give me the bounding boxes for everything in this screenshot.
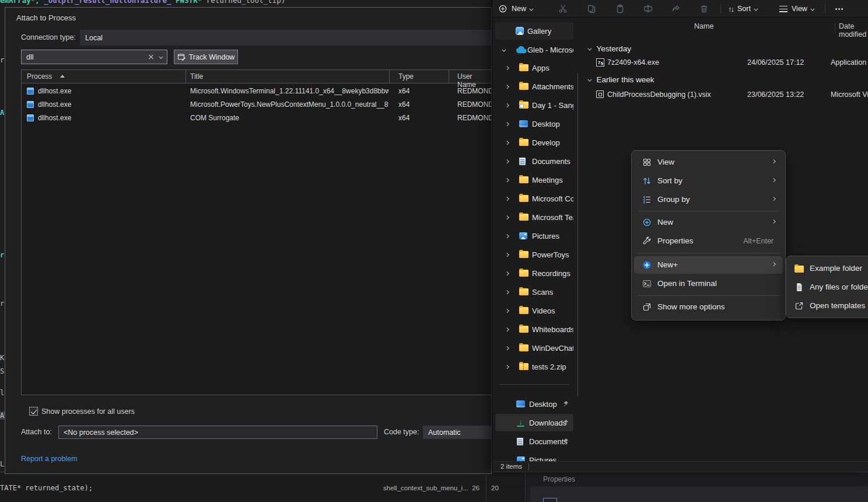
chevron-right-icon[interactable] xyxy=(505,309,509,312)
codelens-reference[interactable]: shell_context_sub_menu_i... 26 xyxy=(383,484,480,491)
code-type-combobox[interactable]: Automatic xyxy=(423,426,492,439)
sidebar-item-pictures[interactable]: Pictures xyxy=(495,227,573,245)
sidebar-item-onedrive[interactable]: Gleb - Microsof xyxy=(495,41,573,58)
sidebar-item-attachments[interactable]: Attachments xyxy=(495,78,573,95)
chevron-right-icon[interactable] xyxy=(505,122,509,126)
chevron-right-icon[interactable] xyxy=(505,103,509,107)
track-window-icon xyxy=(177,53,186,61)
sidebar-pinned-downloads[interactable]: ↓Downloads xyxy=(495,414,573,431)
menu-item-show-more[interactable]: Show more options xyxy=(634,298,783,316)
chevron-collapse-icon[interactable] xyxy=(588,78,592,81)
sidebar-item-powertoys[interactable]: PowerToys xyxy=(495,246,573,263)
column-header-name[interactable]: Name xyxy=(694,22,713,30)
sidebar-item-develop[interactable]: Develop xyxy=(495,134,573,151)
share-icon[interactable] xyxy=(671,0,681,18)
sidebar-item-microsoft-tear[interactable]: Microsoft Tear xyxy=(495,208,573,226)
column-header-process[interactable]: Process xyxy=(27,72,52,81)
attach-to-input[interactable] xyxy=(59,426,377,438)
chevron-expanded-icon[interactable] xyxy=(502,48,506,51)
attach-to-field[interactable] xyxy=(58,426,377,439)
menu-item-new[interactable]: New xyxy=(634,214,783,231)
cut-icon[interactable] xyxy=(558,0,568,18)
submenu-item-any-files[interactable]: Any files or folde xyxy=(789,278,868,296)
process-row[interactable]: dllhost.exe COM Surrogate x64 REDMOND xyxy=(22,111,492,125)
chevron-right-icon[interactable] xyxy=(505,66,509,69)
folder-icon xyxy=(519,176,528,183)
column-header-title[interactable]: Title xyxy=(190,72,203,81)
sidebar-item-desktop[interactable]: Desktop xyxy=(495,115,573,133)
menu-item-group-by[interactable]: Group by xyxy=(634,191,783,208)
sidebar-item-documents[interactable]: Documents xyxy=(495,152,573,170)
group-header-yesterday[interactable]: Yesterday xyxy=(589,42,631,55)
show-all-users-checkbox[interactable] xyxy=(29,407,38,416)
code-fragment: Ar xyxy=(0,109,5,117)
sidebar-item-whiteboards[interactable]: Whiteboards xyxy=(495,320,573,338)
folder-icon xyxy=(519,195,528,202)
chevron-right-icon[interactable] xyxy=(505,141,509,144)
copy-icon[interactable] xyxy=(587,0,596,18)
chevron-right-icon[interactable] xyxy=(505,327,509,331)
connection-type-label: Connection type: xyxy=(21,33,76,41)
chevron-right-icon[interactable] xyxy=(505,346,509,350)
sidebar-item-meetings[interactable]: Meetings xyxy=(495,171,573,189)
sidebar-item-microsoft-cop[interactable]: Microsoft Cop xyxy=(495,190,573,207)
file-row-7zip[interactable]: 7z 7z2409-x64.exe 24/06/2025 17:12 Appli… xyxy=(584,55,868,69)
more-options-icon[interactable] xyxy=(835,0,837,18)
chevron-right-icon[interactable] xyxy=(505,271,509,275)
process-row[interactable]: dllhost.exe Microsoft.PowerToys.NewPlusC… xyxy=(22,98,492,111)
sidebar-item-scans[interactable]: Scans xyxy=(495,283,573,301)
sidebar-item-day1[interactable]: Day 1 - Sangee xyxy=(495,96,573,114)
report-problem-link[interactable]: Report a problem xyxy=(21,455,78,463)
sidebar-item-windevchat[interactable]: WinDevChat c xyxy=(495,339,573,357)
menu-item-open-terminal[interactable]: Open in Terminal xyxy=(634,275,783,292)
menu-item-properties[interactable]: Properties Alt+Enter xyxy=(634,232,783,250)
desktop-icon xyxy=(519,120,528,127)
menu-item-sort-by[interactable]: Sort by xyxy=(634,172,783,190)
process-filter-combobox[interactable] xyxy=(21,50,167,64)
process-filter-input[interactable] xyxy=(22,53,147,61)
nav-scrollbar[interactable] xyxy=(578,73,578,397)
column-header-date[interactable]: Date modified xyxy=(839,22,868,39)
code-fragment: re xyxy=(0,299,5,308)
menu-item-view[interactable]: View xyxy=(634,154,783,171)
chevron-right-icon[interactable] xyxy=(505,178,509,182)
sidebar-item-videos[interactable]: Videos xyxy=(495,302,573,319)
process-row[interactable]: dllhost.exe Microsoft.WindowsTerminal_1.… xyxy=(22,85,492,98)
connection-type-combobox[interactable]: Local xyxy=(80,30,492,46)
connection-type-value: Local xyxy=(85,34,103,42)
properties-panel-control[interactable] xyxy=(543,498,557,502)
chevron-right-icon[interactable] xyxy=(505,290,509,294)
paste-icon[interactable] xyxy=(615,0,625,18)
track-window-button[interactable]: Track Window xyxy=(174,50,238,64)
chevron-right-icon[interactable] xyxy=(505,234,509,238)
rename-icon[interactable] xyxy=(643,0,653,18)
submenu-item-open-templates[interactable]: Open templates xyxy=(789,297,868,315)
clear-filter-icon[interactable] xyxy=(147,53,155,61)
view-lines-icon xyxy=(779,6,788,12)
sidebar-item-recordings[interactable]: Recordings xyxy=(495,264,573,282)
column-header-type[interactable]: Type xyxy=(398,72,414,81)
chevron-right-icon[interactable] xyxy=(505,365,509,368)
vs-editor-top-strip: emArray*, _outptr_result_nullonfailure_ … xyxy=(0,0,492,7)
sidebar-pinned-desktop[interactable]: Desktop xyxy=(495,395,573,413)
sidebar-item-gallery[interactable]: Gallery xyxy=(495,22,573,40)
group-header-earlier[interactable]: Earlier this week xyxy=(589,73,654,86)
chevron-right-icon[interactable] xyxy=(505,159,509,163)
chevron-right-icon[interactable] xyxy=(505,253,509,256)
chevron-right-icon[interactable] xyxy=(505,215,509,219)
file-row-vsix[interactable]: ChildProcessDebugging (1).vsix 23/06/202… xyxy=(584,88,868,102)
delete-icon[interactable] xyxy=(699,0,709,18)
sidebar-pinned-documents[interactable]: Documents xyxy=(495,433,573,450)
sidebar-pinned-pictures[interactable]: Pictures xyxy=(495,451,573,461)
sidebar-item-apps[interactable]: Apps xyxy=(495,59,573,76)
view-button[interactable]: View xyxy=(779,0,814,18)
filter-dropdown-icon[interactable] xyxy=(159,55,163,58)
sort-button[interactable]: ↑↓ Sort xyxy=(728,0,757,18)
new-button[interactable]: New xyxy=(498,0,533,18)
chevron-right-icon[interactable] xyxy=(505,85,509,88)
chevron-right-icon[interactable] xyxy=(505,197,509,200)
submenu-item-example-folder[interactable]: Example folder xyxy=(789,260,868,277)
menu-item-new-plus[interactable]: New+ xyxy=(634,256,783,274)
chevron-collapse-icon[interactable] xyxy=(588,47,592,50)
sidebar-item-tests-zip[interactable]: tests 2.zip xyxy=(495,358,573,375)
